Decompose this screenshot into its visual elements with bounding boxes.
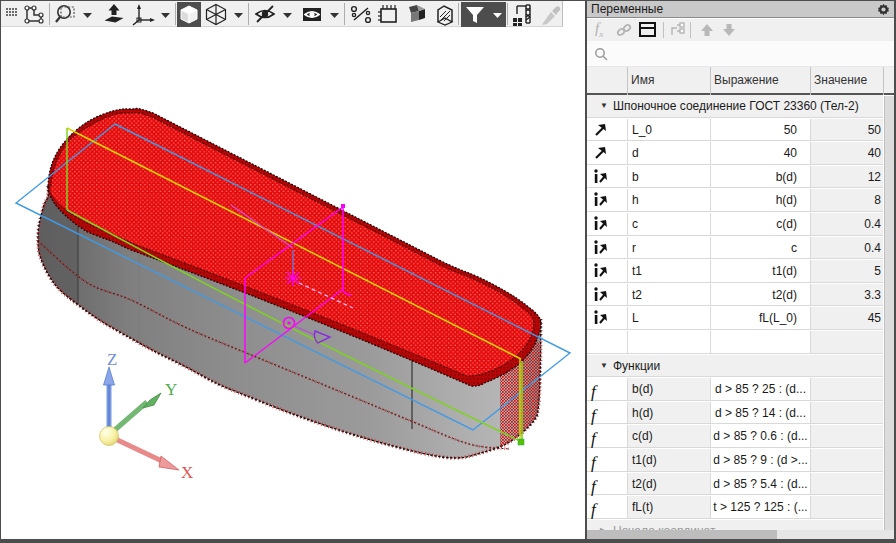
svg-text:Y: Y [165, 380, 177, 399]
svg-text:Z: Z [107, 350, 117, 369]
svg-text:X: X [181, 463, 193, 482]
